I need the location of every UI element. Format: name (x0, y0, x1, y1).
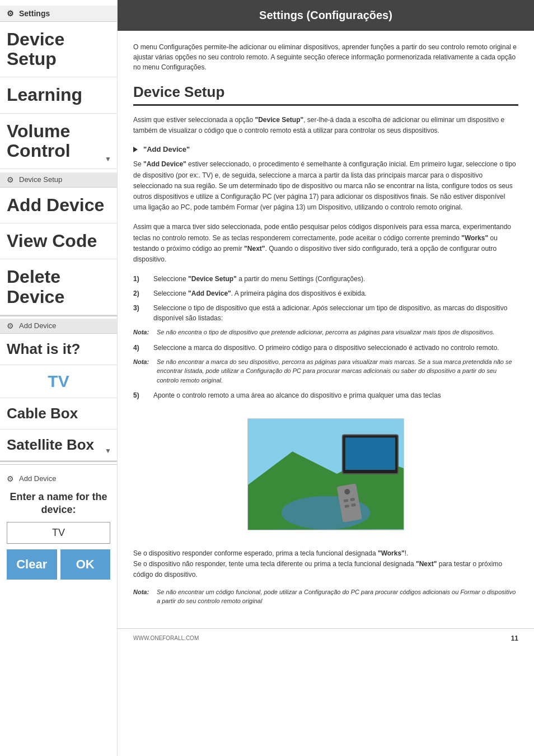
subsection-title-text: "Add Device" (143, 145, 190, 153)
scene-svg (248, 418, 404, 530)
step-3-num: 3) (133, 303, 144, 323)
footer-text-1: Se o dispositivo responder conforme espe… (133, 548, 518, 581)
step-5-num: 5) (133, 390, 144, 400)
gear-icon-2: ⚙ (7, 175, 16, 184)
sidebar-subheader-name-entry: ⚙ Add Device (7, 472, 110, 486)
sidebar-subheader-device-setup-label: Device Setup (19, 175, 62, 184)
footer-note-label: Nota: (133, 587, 151, 606)
sidebar-item-learning[interactable]: Learning (0, 77, 117, 113)
gear-icon-4: ⚙ (7, 474, 16, 483)
svg-rect-4 (345, 438, 395, 470)
subsection-title-add-device: "Add Device" (133, 145, 518, 153)
footer-url: WWW.ONEFORALL.COM (133, 635, 199, 641)
note-1-label: Nota: (133, 328, 151, 337)
numbered-steps-list: 1) Seleccione "Device Setup" a partir do… (133, 274, 518, 400)
sidebar-subheader-device-setup: ⚙ Device Setup (0, 172, 117, 188)
content-body: O menu Configurações permite-lhe adicion… (118, 31, 534, 623)
page-footer: WWW.ONEFORALL.COM 11 (118, 628, 534, 648)
intro-paragraph: O menu Configurações permite-lhe adicion… (133, 42, 518, 72)
step-2: 2) Seleccione "Add Device". A primeira p… (133, 288, 518, 298)
sidebar-item-delete-device[interactable]: Delete Device (0, 259, 117, 315)
note-1: Nota: Se não encontra o tipo de disposit… (133, 328, 518, 337)
sidebar-subheader-add-device-label: Add Device (19, 321, 56, 330)
sidebar-subheader-add-device: ⚙ Add Device (0, 319, 117, 334)
step-2-text: Seleccione "Add Device". A primeira pági… (153, 288, 367, 298)
section-title-device-setup: Device Setup (133, 83, 518, 106)
ok-button[interactable]: OK (60, 549, 111, 580)
sidebar-item-tv[interactable]: TV (0, 365, 117, 398)
sidebar-subheader-name-entry-label: Add Device (19, 474, 56, 483)
name-entry-prompt: Enter a name for the device: (7, 491, 110, 517)
sidebar-item-volume-control[interactable]: Volume Control (0, 114, 117, 169)
diamond-icon (133, 147, 138, 152)
page-title: Settings (Configurações) (118, 0, 534, 31)
sidebar-section-name-entry: ⚙ Add Device Enter a name for the device… (0, 464, 117, 587)
page-number: 11 (511, 634, 518, 642)
step-3-text: Seleccione o tipo de dispositivo que est… (153, 303, 518, 323)
step-2-num: 2) (133, 288, 144, 298)
sidebar-item-what-is-it[interactable]: What is it? (0, 334, 117, 365)
step-5: 5) Aponte o controlo remoto a uma área a… (133, 390, 518, 400)
step-4-num: 4) (133, 343, 144, 353)
sidebar-header-settings-label: Settings (19, 9, 50, 18)
sidebar-item-device-setup[interactable]: Device Setup (0, 22, 117, 77)
footer-note: Nota: Se não encontrar um código funcion… (133, 587, 518, 606)
sidebar-item-satellite-box[interactable]: Satellite Box (0, 430, 117, 461)
note-1-text: Se não encontra o tipo de dispositivo qu… (157, 328, 495, 337)
sidebar-section-settings: ⚙ Settings Device Setup Learning Volume … (0, 6, 117, 169)
step-1: 1) Seleccione "Device Setup" a partir do… (133, 274, 518, 284)
step-1-text: Seleccione "Device Setup" a partir do me… (153, 274, 365, 284)
step-1-num: 1) (133, 274, 144, 284)
device-name-input[interactable] (7, 522, 110, 544)
sidebar: ⚙ Settings Device Setup Learning Volume … (0, 0, 118, 756)
step-4-text: Seleccione a marca do dispositivo. O pri… (153, 343, 499, 353)
sidebar-item-cable-box[interactable]: Cable Box (0, 398, 117, 430)
name-entry-buttons: Clear OK (7, 549, 110, 580)
note-2-label: Nota: (133, 357, 151, 385)
device-image (247, 418, 404, 530)
footer-note-text: Se não encontrar um código funcional, po… (157, 587, 518, 606)
note-2-text: Se não encontrar a marca do seu disposit… (157, 357, 518, 385)
main-content: Settings (Configurações) O menu Configur… (118, 0, 534, 756)
sidebar-header-settings: ⚙ Settings (0, 6, 117, 22)
section-intro-text: Assim que estiver seleccionada a opção "… (133, 115, 518, 136)
image-container (133, 409, 518, 539)
step-5-text: Aponte o controlo remoto a uma área ao a… (153, 390, 441, 400)
gear-icon-3: ⚙ (7, 321, 16, 330)
sidebar-item-view-code[interactable]: View Code (0, 223, 117, 259)
sidebar-section-device-setup: ⚙ Device Setup Add Device View Code Dele… (0, 172, 117, 316)
step-4: 4) Seleccione a marca do dispositivo. O … (133, 343, 518, 353)
sidebar-section-add-device: ⚙ Add Device What is it? TV Cable Box Sa… (0, 319, 117, 462)
subsection-body-1: Se "Add Device" estiver seleccionado, o … (133, 159, 518, 213)
note-2: Nota: Se não encontrar a marca do seu di… (133, 357, 518, 385)
sidebar-item-add-device[interactable]: Add Device (0, 188, 117, 223)
gear-icon-1: ⚙ (7, 9, 16, 18)
subsection-body-2: Assim que a marca tiver sido seleccionad… (133, 222, 518, 265)
step-3: 3) Seleccione o tipo de dispositivo que … (133, 303, 518, 323)
clear-button[interactable]: Clear (7, 549, 57, 580)
